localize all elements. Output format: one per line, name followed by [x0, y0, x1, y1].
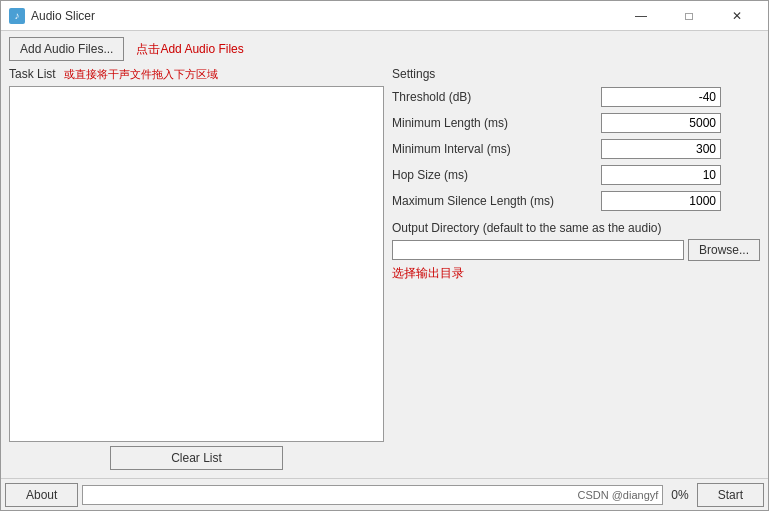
window-title: Audio Slicer	[31, 9, 95, 23]
settings-label: Settings	[392, 67, 760, 81]
status-bar: About CSDN @diangyf 0% Start	[1, 478, 768, 510]
main-content: Task List 或直接将干声文件拖入下方区域 Clear List Sett…	[1, 67, 768, 478]
clear-list-area: Clear List	[9, 446, 384, 470]
setting-input[interactable]	[601, 113, 721, 133]
close-button[interactable]: ✕	[714, 1, 760, 31]
setting-input[interactable]	[601, 87, 721, 107]
setting-label: Threshold (dB)	[392, 90, 593, 104]
window-controls: — □ ✕	[618, 1, 760, 31]
minimize-button[interactable]: —	[618, 1, 664, 31]
main-window: ♪ Audio Slicer — □ ✕ Add Audio Files... …	[0, 0, 769, 511]
output-dir-label: Output Directory (default to the same as…	[392, 221, 760, 235]
toolbar: Add Audio Files... 点击Add Audio Files	[1, 31, 768, 67]
settings-grid: Threshold (dB)Minimum Length (ms)Minimum…	[392, 87, 760, 211]
clear-list-button[interactable]: Clear List	[110, 446, 283, 470]
title-bar: ♪ Audio Slicer — □ ✕	[1, 1, 768, 31]
task-list-label: Task List	[9, 67, 56, 81]
right-panel: Settings Threshold (dB)Minimum Length (m…	[392, 67, 760, 470]
left-panel: Task List 或直接将干声文件拖入下方区域 Clear List	[9, 67, 384, 470]
about-button[interactable]: About	[5, 483, 78, 507]
task-list-hint: 或直接将干声文件拖入下方区域	[64, 67, 218, 82]
setting-input[interactable]	[601, 165, 721, 185]
output-dir-row: Browse...	[392, 239, 760, 261]
start-button[interactable]: Start	[697, 483, 764, 507]
maximize-button[interactable]: □	[666, 1, 712, 31]
watermark-text: CSDN @diangyf	[577, 489, 658, 501]
add-audio-files-button[interactable]: Add Audio Files...	[9, 37, 124, 61]
browse-button[interactable]: Browse...	[688, 239, 760, 261]
setting-input[interactable]	[601, 191, 721, 211]
add-hint-text: 点击Add Audio Files	[136, 41, 243, 58]
progress-bar: CSDN @diangyf	[82, 485, 663, 505]
setting-label: Maximum Silence Length (ms)	[392, 194, 593, 208]
setting-label: Hop Size (ms)	[392, 168, 593, 182]
title-bar-left: ♪ Audio Slicer	[9, 8, 95, 24]
progress-label: 0%	[667, 488, 692, 502]
app-icon: ♪	[9, 8, 25, 24]
output-dir-section: Output Directory (default to the same as…	[392, 221, 760, 282]
select-dir-hint: 选择输出目录	[392, 265, 760, 282]
task-list-box[interactable]	[9, 86, 384, 442]
output-dir-input[interactable]	[392, 240, 684, 260]
setting-label: Minimum Interval (ms)	[392, 142, 593, 156]
setting-label: Minimum Length (ms)	[392, 116, 593, 130]
setting-input[interactable]	[601, 139, 721, 159]
